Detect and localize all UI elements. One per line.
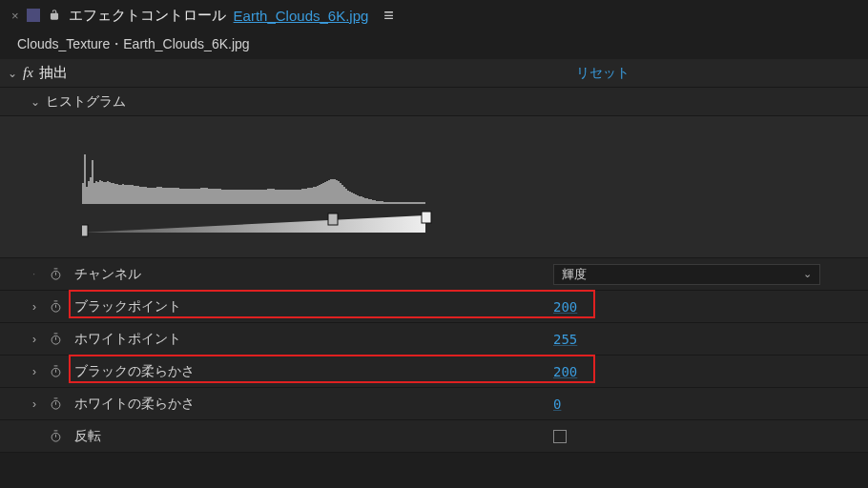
svg-rect-154	[374, 200, 376, 204]
chevron-down-icon: ⌄	[803, 268, 812, 280]
svg-rect-54	[183, 189, 185, 204]
svg-rect-10	[99, 180, 101, 204]
twirl-white-softness-icon[interactable]: ›	[32, 397, 36, 411]
svg-rect-141	[349, 192, 351, 204]
stopwatch-icon[interactable]	[49, 299, 63, 314]
svg-rect-97	[265, 190, 267, 204]
stopwatch-icon[interactable]	[49, 332, 63, 346]
histogram-graph[interactable]	[82, 126, 444, 240]
invert-checkbox[interactable]	[553, 430, 567, 443]
svg-rect-8	[95, 181, 97, 204]
white-softness-value[interactable]: 0	[553, 396, 561, 412]
svg-rect-41	[158, 187, 160, 204]
stopwatch-icon[interactable]	[49, 429, 63, 443]
black-softness-value[interactable]: 200	[553, 364, 577, 379]
twirl-histogram-icon[interactable]: ⌄	[29, 95, 42, 109]
svg-rect-4	[88, 181, 90, 204]
svg-rect-81	[235, 190, 237, 204]
svg-rect-12	[103, 182, 105, 204]
svg-rect-155	[376, 201, 378, 204]
svg-rect-18	[114, 184, 116, 204]
svg-rect-90	[252, 190, 254, 204]
white-point-handle[interactable]	[422, 212, 431, 223]
svg-rect-44	[164, 188, 166, 204]
svg-rect-152	[370, 199, 372, 204]
panel-menu-icon[interactable]: ≡	[383, 6, 394, 26]
source-file-link[interactable]: Earth_Clouds_6K.jpg	[234, 8, 369, 24]
twirl-effect-icon[interactable]: ⌄	[6, 67, 19, 80]
svg-rect-144	[355, 194, 357, 204]
svg-rect-157	[380, 201, 382, 204]
svg-rect-95	[261, 190, 263, 204]
svg-rect-134	[336, 180, 338, 204]
svg-rect-39	[155, 188, 156, 204]
svg-rect-62	[198, 189, 200, 204]
svg-rect-128	[324, 182, 326, 204]
param-label-channel: チャンネル	[74, 266, 141, 283]
svg-rect-73	[219, 189, 221, 204]
fx-icon[interactable]: fx	[23, 65, 33, 81]
reset-link[interactable]: リセット	[576, 65, 630, 82]
channel-value: 輝度	[562, 266, 587, 283]
twirl-black-softness-icon[interactable]: ›	[32, 365, 36, 378]
svg-rect-22	[122, 184, 124, 204]
svg-rect-19	[116, 184, 118, 204]
svg-rect-85	[242, 190, 244, 204]
svg-rect-106	[282, 190, 284, 204]
svg-rect-34	[145, 187, 147, 204]
svg-rect-60	[195, 189, 196, 204]
svg-rect-66	[206, 188, 208, 204]
white-point-value[interactable]: 255	[553, 332, 577, 347]
svg-rect-142	[351, 193, 353, 204]
svg-rect-107	[284, 190, 286, 204]
soft-handle[interactable]	[328, 214, 338, 225]
svg-rect-24	[126, 185, 128, 204]
unlock-icon[interactable]	[48, 9, 61, 22]
svg-rect-65	[204, 188, 206, 204]
svg-rect-57	[189, 189, 191, 204]
close-tab-icon[interactable]: ×	[11, 9, 19, 23]
stopwatch-icon[interactable]	[49, 396, 63, 411]
svg-rect-119	[307, 188, 309, 204]
svg-rect-80	[233, 190, 235, 204]
svg-rect-6	[92, 160, 93, 204]
twirl-white-point-icon[interactable]: ›	[32, 333, 36, 346]
svg-rect-132	[332, 179, 334, 204]
svg-rect-160	[385, 202, 387, 204]
black-point-value[interactable]: 200	[553, 299, 577, 315]
svg-rect-53	[181, 189, 183, 204]
effect-header-row: ⌄ fx 抽出 リセット	[0, 59, 868, 88]
svg-rect-28	[134, 186, 135, 204]
svg-rect-161	[387, 202, 389, 204]
svg-rect-16	[111, 183, 113, 204]
twirl-black-point-icon[interactable]: ›	[32, 300, 36, 314]
svg-rect-27	[132, 185, 134, 204]
param-row-black-softness: › ブラックの柔らかさ 200	[0, 356, 868, 388]
channel-dropdown[interactable]: 輝度 ⌄	[553, 264, 820, 285]
svg-rect-126	[320, 184, 322, 204]
svg-rect-40	[156, 187, 158, 204]
stopwatch-icon[interactable]	[49, 364, 63, 378]
svg-rect-136	[340, 183, 341, 204]
svg-rect-35	[147, 188, 149, 204]
svg-rect-84	[240, 190, 242, 204]
svg-rect-36	[149, 188, 151, 204]
black-point-handle[interactable]	[82, 225, 88, 236]
svg-rect-146	[359, 196, 361, 204]
svg-rect-153	[372, 200, 374, 204]
svg-rect-61	[196, 189, 198, 204]
svg-rect-79	[231, 190, 233, 204]
svg-rect-70	[214, 189, 216, 204]
svg-rect-58	[191, 189, 193, 204]
svg-rect-9	[97, 182, 99, 204]
param-label-invert: 反転	[74, 428, 101, 445]
svg-rect-110	[290, 190, 292, 204]
svg-rect-78	[229, 190, 231, 204]
svg-rect-169	[403, 202, 404, 204]
stopwatch-icon[interactable]	[49, 267, 63, 281]
svg-rect-116	[301, 189, 303, 204]
svg-rect-147	[361, 196, 362, 204]
svg-rect-130	[328, 180, 330, 204]
svg-rect-104	[279, 190, 280, 204]
svg-rect-163	[391, 202, 393, 204]
